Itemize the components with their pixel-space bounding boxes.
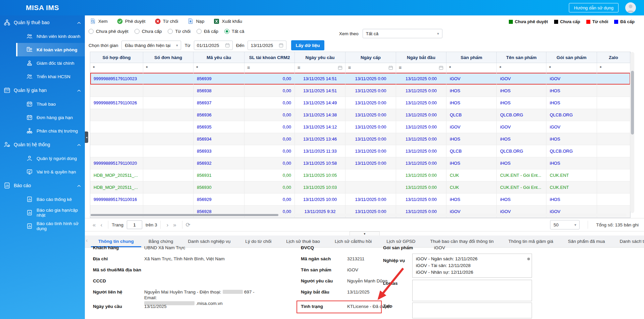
calendar-icon[interactable] <box>439 65 443 70</box>
last-page-button[interactable]: » <box>171 222 178 228</box>
column-header[interactable]: Ngày bắt đầu <box>396 52 446 63</box>
table-row[interactable]: 999998895179110023 856939 0,00 13/11/202… <box>90 73 630 85</box>
zalo-textarea[interactable] <box>412 303 532 318</box>
from-date-input[interactable]: 01/11/2025 <box>194 41 233 50</box>
help-guide-button[interactable]: Hướng dẫn sử dụng <box>569 3 619 12</box>
table-row[interactable]: HDB_MOP_202511_... 856931 0,00 13/11/202… <box>90 169 630 181</box>
column-header[interactable]: Zalo <box>597 52 630 63</box>
filter-operator-icon[interactable]: * <box>93 65 95 70</box>
detail-tab[interactable]: Danh sách thiết bị <box>612 235 644 247</box>
column-filter-cell[interactable]: = <box>345 63 396 72</box>
table-row[interactable]: HDB_MOP_202511_... 856930 0,00 13/11/202… <box>90 181 630 194</box>
reject-button[interactable]: Từ chối <box>155 18 178 24</box>
filter-operator-icon[interactable]: * <box>146 65 148 70</box>
sidebar-item-bao-cao-tinh-hinh-su-dung[interactable]: Báo cáo tình hình sử dụng <box>16 219 85 233</box>
to-date-input[interactable]: 13/11/2025 <box>248 41 286 50</box>
column-header[interactable]: Mã yêu cầu <box>194 52 245 63</box>
sidebar-group-renewal[interactable]: Quản lý gia hạn <box>0 83 85 97</box>
column-header[interactable]: Số đơn hàng <box>143 52 194 63</box>
sidebar-item-trien-khai-hcsn[interactable]: Triển khai HCSN <box>16 70 85 83</box>
column-filter-cell[interactable]: = <box>245 63 295 72</box>
table-row[interactable]: 999998895179110020 856932 0,00 13/11/202… <box>90 157 630 169</box>
sidebar-item-don-hang-gia-han[interactable]: Đơn hàng gia hạn <box>16 111 85 124</box>
sidebar-group-reports[interactable]: Báo cáo <box>0 178 85 193</box>
table-row[interactable]: 999998895179110016 856929 0,00 13/11/202… <box>90 194 630 206</box>
page-number-input[interactable] <box>127 220 142 229</box>
sidebar-item-vai-tro-quyen-han[interactable]: Vai trò & quyền hạn <box>16 165 85 178</box>
sidebar-group-system-admin[interactable]: Quản trị hệ thống <box>0 138 85 152</box>
horizontal-scrollbar[interactable] <box>90 214 627 216</box>
column-filter-cell[interactable]: * <box>546 63 597 72</box>
status-radio[interactable]: Đã cấp <box>197 29 218 34</box>
first-page-button[interactable]: « <box>90 222 98 228</box>
sidebar-item-nhan-vien-kinh-doanh[interactable]: Nhân viên kinh doanh <box>16 30 85 43</box>
sidebar-item-bao-cao-thong-ke[interactable]: Báo cáo thống kê <box>16 193 85 206</box>
filter-operator-icon[interactable]: * <box>600 65 601 70</box>
sidebar-item-bao-cao-gia-han[interactable]: Báo cáo gia hạn/cập nhật <box>16 206 85 219</box>
status-radio[interactable]: Tất cả <box>224 29 245 34</box>
tabs-scroll-right-icon[interactable]: › <box>640 237 642 244</box>
column-filter-cell[interactable]: * <box>90 63 143 72</box>
status-radio[interactable]: Từ chối <box>168 29 191 34</box>
column-header[interactable]: SL tài khoản CRM2 <box>245 52 295 63</box>
load-data-button[interactable]: Lấy dữ liệu <box>291 40 324 50</box>
filter-operator-icon[interactable]: * <box>549 65 551 70</box>
nghiep-vu-textarea[interactable]: iGOV - Ngân sách: 12/11/2026iGOV - Tài s… <box>412 254 532 278</box>
table-row[interactable]: 856936 0,00 13/11/2025 14:38 13/11/2025 … <box>90 109 630 121</box>
detail-tab[interactable]: Sản phẩm đã mua <box>560 235 612 247</box>
vertical-scrollbar[interactable] <box>630 52 634 213</box>
prev-page-button[interactable]: ‹ <box>98 222 105 228</box>
view-by-select[interactable]: Tất cả ▾ <box>363 29 442 38</box>
horizontal-scrollbar-thumb[interactable] <box>91 214 278 216</box>
column-header[interactable]: Gói sản phẩm <box>546 52 597 63</box>
table-row[interactable]: 856938 0,00 13/11/2025 14:51 13/11/2025 … <box>90 85 630 97</box>
sidebar-item-quan-ly-nguoi-dung[interactable]: Quản lý người dùng <box>16 152 85 165</box>
time-range-select[interactable]: Đầu tháng đến hiện tại ▾ <box>121 41 181 50</box>
sidebar-item-thue-bao[interactable]: Thuê bao <box>16 97 85 111</box>
column-filter-cell[interactable]: = <box>295 63 345 72</box>
column-header[interactable]: Tên sản phẩm <box>497 52 546 63</box>
user-avatar[interactable] <box>625 2 636 13</box>
approve-button[interactable]: Phê duyệt <box>117 18 146 24</box>
refresh-icon[interactable]: ⟳ <box>186 221 191 228</box>
vertical-scrollbar-thumb[interactable] <box>631 71 634 135</box>
filter-operator-icon[interactable]: = <box>399 65 401 70</box>
view-button[interactable]: Xem <box>90 18 108 24</box>
lomas-textarea[interactable] <box>412 280 532 301</box>
table-row[interactable]: 999998895179110026 856937 0,00 13/11/202… <box>90 97 630 109</box>
sidebar-item-phan-chia-thi-truong[interactable]: Phân chia thị trường <box>16 124 85 138</box>
calendar-icon[interactable] <box>388 65 393 70</box>
status-radio[interactable]: Chưa cấp <box>135 29 162 34</box>
page-size-select[interactable]: 50 ▾ <box>550 220 580 229</box>
calendar-icon[interactable] <box>338 65 342 70</box>
filter-operator-icon[interactable]: * <box>196 65 198 70</box>
column-filter-cell[interactable]: * <box>446 63 497 72</box>
column-filter-cell[interactable]: * <box>597 63 630 72</box>
column-header[interactable]: Ngày yêu cầu <box>295 52 345 63</box>
import-button[interactable]: Nạp <box>187 18 204 24</box>
column-header[interactable]: Sản phẩm <box>446 52 497 63</box>
table-row[interactable]: 856935 0,00 13/11/2025 14:12 13/11/2025 … <box>90 121 630 133</box>
column-filter-cell[interactable]: * <box>194 63 245 72</box>
sidebar-item-ke-toan-van-phong[interactable]: Kế toán văn phòng <box>16 43 85 56</box>
sidebar-group-subscription[interactable]: Quản lý thuê bao <box>0 15 85 30</box>
next-page-button[interactable]: › <box>164 222 171 228</box>
table-row[interactable]: 856933 0,00 13/11/2025 11:33 13/11/2025 … <box>90 145 630 157</box>
filter-operator-icon[interactable]: = <box>348 65 351 70</box>
filter-operator-icon[interactable]: = <box>247 65 250 70</box>
scrollbar-dot[interactable] <box>527 258 530 260</box>
column-filter-cell[interactable]: * <box>497 63 546 72</box>
filter-operator-icon[interactable]: * <box>499 65 501 70</box>
table-row[interactable]: 856934 0,00 13/11/2025 13:46 13/11/2025 … <box>90 133 630 145</box>
detail-tab[interactable]: Danh sách nghiệp vụ <box>180 235 238 247</box>
tabs-scroll-left-icon[interactable]: ‹ <box>86 237 88 244</box>
detail-tab[interactable]: Thông tin mã giảm giá <box>501 235 561 247</box>
status-radio[interactable]: Chưa phê duyệt <box>89 29 128 34</box>
filter-operator-icon[interactable]: * <box>449 65 451 70</box>
column-header[interactable]: Số hợp đồng <box>90 52 143 63</box>
column-filter-cell[interactable]: = <box>396 63 446 72</box>
filter-operator-icon[interactable]: = <box>298 65 300 70</box>
sidebar-collapse-handle[interactable]: ◂ <box>85 131 88 143</box>
column-header[interactable]: Ngày cấp <box>345 52 396 63</box>
export-excel-button[interactable]: Xuất khẩu <box>214 18 242 24</box>
